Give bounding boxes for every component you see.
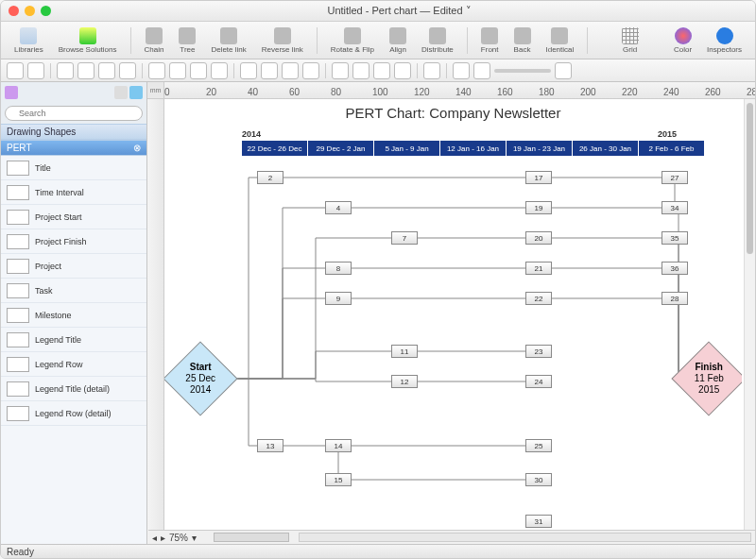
- task-25[interactable]: 25: [525, 439, 552, 452]
- browse-solutions-button[interactable]: Browse Solutions: [53, 27, 123, 54]
- shape-project[interactable]: Project: [1, 254, 146, 279]
- grid-button[interactable]: Grid: [616, 27, 644, 54]
- connector-tool-3[interactable]: [98, 62, 115, 79]
- shape-legend-title[interactable]: Legend Title: [1, 328, 146, 352]
- back-button[interactable]: Back: [508, 27, 537, 54]
- table-tool[interactable]: [373, 62, 390, 79]
- section-drawing-shapes[interactable]: Drawing Shapes: [1, 124, 146, 140]
- shape-legend-title-detail-[interactable]: Legend Title (detail): [1, 377, 146, 401]
- canvas[interactable]: mm 0204060801001201401601802002202402602…: [147, 82, 755, 544]
- task-7[interactable]: 7: [391, 231, 418, 245]
- close-icon[interactable]: [9, 6, 19, 16]
- shape-task[interactable]: Task: [1, 279, 146, 303]
- text-tool[interactable]: [190, 62, 207, 79]
- shape-milestone[interactable]: Milestone: [1, 303, 146, 328]
- search-input[interactable]: [5, 106, 143, 121]
- rotate-flip-button[interactable]: Rotate & Flip: [325, 27, 380, 54]
- task-13[interactable]: 13: [257, 439, 284, 452]
- task-8[interactable]: 8: [325, 262, 352, 275]
- identical-button[interactable]: Identical: [541, 27, 580, 54]
- task-35[interactable]: 35: [662, 231, 688, 245]
- task-2[interactable]: 2: [257, 171, 284, 184]
- connector-tool-4[interactable]: [119, 62, 136, 79]
- task-9[interactable]: 9: [325, 292, 352, 305]
- zoom-value[interactable]: 75%: [169, 533, 188, 543]
- task-11[interactable]: 11: [391, 345, 418, 358]
- task-27[interactable]: 27: [662, 171, 688, 184]
- shape-project-finish[interactable]: Project Finish: [1, 229, 146, 254]
- task-34[interactable]: 34: [662, 201, 688, 214]
- line-tool[interactable]: [211, 62, 228, 79]
- project-start[interactable]: Start25 Dec 2014: [164, 341, 238, 415]
- year-label-2015: 2015: [658, 129, 677, 139]
- color-button[interactable]: Color: [668, 27, 697, 54]
- grid-view-icon[interactable]: [114, 86, 128, 99]
- grid-tool[interactable]: [352, 62, 369, 79]
- task-21[interactable]: 21: [525, 262, 552, 275]
- task-31[interactable]: 31: [525, 515, 552, 528]
- zoom-in-tool[interactable]: [473, 62, 490, 79]
- zoom-slider[interactable]: [494, 69, 551, 73]
- align-icon: [389, 27, 406, 44]
- horizontal-scrollbar[interactable]: [299, 533, 751, 542]
- bezier-tool[interactable]: [302, 62, 319, 79]
- task-30[interactable]: 30: [525, 473, 552, 486]
- page-nav-prev[interactable]: ◂: [152, 533, 157, 543]
- shape-title[interactable]: Title: [1, 156, 146, 180]
- pen-tool[interactable]: [240, 62, 257, 79]
- shape-icon: [7, 283, 29, 298]
- shape-project-start[interactable]: Project Start: [1, 205, 146, 229]
- close-section-icon[interactable]: ⊗: [133, 143, 141, 153]
- vertical-scrollbar[interactable]: [744, 99, 755, 544]
- project-finish[interactable]: Finish11 Feb 2015: [671, 341, 742, 415]
- align-button[interactable]: Align: [384, 27, 412, 54]
- shape-legend-row[interactable]: Legend Row: [1, 352, 146, 377]
- zoom-icon[interactable]: [41, 6, 51, 16]
- connector-tool-2[interactable]: [77, 62, 94, 79]
- libraries-icon: [20, 27, 37, 44]
- inspectors-button[interactable]: Inspectors: [701, 27, 747, 54]
- delete-link-button[interactable]: Delete link: [205, 27, 251, 54]
- task-20[interactable]: 20: [525, 231, 552, 245]
- task-4[interactable]: 4: [325, 201, 352, 214]
- shape-time-interval[interactable]: Time Interval: [1, 180, 146, 205]
- spline-tool[interactable]: [282, 62, 299, 79]
- task-19[interactable]: 19: [525, 201, 552, 214]
- reverse-link-button[interactable]: Reverse link: [256, 27, 309, 54]
- arc-tool[interactable]: [261, 62, 278, 79]
- search-tab-icon[interactable]: [129, 86, 143, 99]
- front-button[interactable]: Front: [475, 27, 505, 54]
- image-tool[interactable]: [394, 62, 411, 79]
- section-pert[interactable]: PERT⊗: [1, 140, 146, 156]
- help-tool[interactable]: [423, 62, 440, 79]
- library-view-icon[interactable]: [5, 86, 18, 99]
- task-14[interactable]: 14: [325, 439, 352, 452]
- task-24[interactable]: 24: [525, 375, 552, 388]
- libraries-button[interactable]: Libraries: [9, 27, 49, 54]
- pointer-tool[interactable]: [7, 62, 24, 79]
- rect-tool[interactable]: [148, 62, 165, 79]
- lasso-tool[interactable]: [27, 62, 44, 79]
- scrollbar-thumb[interactable]: [747, 103, 753, 254]
- zoom-out-tool[interactable]: [453, 62, 470, 79]
- crop-tool[interactable]: [332, 62, 349, 79]
- zoom-fit-tool[interactable]: [555, 62, 572, 79]
- task-15[interactable]: 15: [325, 473, 352, 486]
- task-12[interactable]: 12: [391, 375, 418, 388]
- tree-button[interactable]: Tree: [173, 27, 201, 54]
- zoom-dropdown-icon[interactable]: ▾: [192, 533, 197, 543]
- shape-legend-row-detail-[interactable]: Legend Row (detail): [1, 401, 146, 426]
- task-17[interactable]: 17: [525, 171, 552, 184]
- task-22[interactable]: 22: [525, 292, 552, 305]
- page-nav-next[interactable]: ▸: [161, 533, 165, 543]
- connector-tool[interactable]: [57, 62, 74, 79]
- chain-button[interactable]: Chain: [139, 27, 170, 54]
- page-tabs[interactable]: [214, 533, 289, 542]
- ellipse-tool[interactable]: [169, 62, 186, 79]
- task-36[interactable]: 36: [662, 262, 688, 275]
- shape-list: TitleTime IntervalProject StartProject F…: [1, 156, 146, 544]
- minimize-icon[interactable]: [25, 6, 35, 16]
- task-28[interactable]: 28: [662, 292, 688, 305]
- task-23[interactable]: 23: [525, 345, 552, 358]
- distribute-button[interactable]: Distribute: [416, 27, 459, 54]
